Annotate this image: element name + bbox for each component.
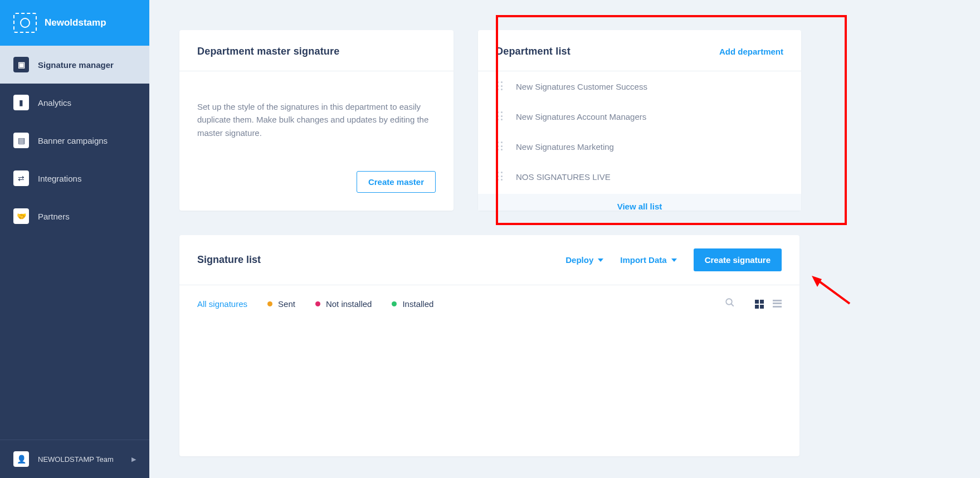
deploy-label: Deploy	[565, 255, 593, 265]
import-label: Import Data	[620, 255, 666, 265]
sidebar-item-signature-manager[interactable]: ▣ Signature manager	[0, 46, 149, 84]
department-item[interactable]: New Signatures Account Managers	[478, 101, 801, 131]
status-dot-sent	[267, 301, 272, 306]
create-master-button[interactable]: Create master	[357, 171, 436, 193]
department-item[interactable]: New Signatures Marketing	[478, 131, 801, 162]
add-department-link[interactable]: Add department	[719, 47, 783, 56]
svg-line-0	[816, 279, 850, 304]
card-title: Signature list	[197, 254, 261, 266]
card-header: Department master signature	[179, 30, 454, 71]
signature-list-header: Signature list Deploy Import Data Create…	[179, 235, 799, 285]
card-header: Department list Add department	[478, 30, 801, 71]
card-department-list: Department list Add department New Signa…	[478, 30, 801, 211]
svg-line-3	[731, 304, 734, 306]
filter-label: Installed	[402, 299, 433, 309]
department-item[interactable]: NOS SIGNATURES LIVE	[478, 162, 801, 192]
list-view-button[interactable]	[773, 300, 782, 309]
drag-handle-icon[interactable]	[497, 172, 504, 182]
svg-marker-1	[812, 276, 822, 287]
import-data-dropdown[interactable]: Import Data	[620, 255, 676, 265]
integrations-icon: ⇄	[13, 170, 29, 186]
grid-view-button[interactable]	[755, 300, 764, 309]
sidebar-footer-team[interactable]: 👤 NEWOLDSTAMP Team ▶	[0, 440, 149, 478]
drag-handle-icon[interactable]	[497, 111, 504, 121]
logo-icon	[13, 13, 37, 33]
department-scroll-list[interactable]: New Signatures Customer Success New Sign…	[478, 71, 801, 194]
signature-icon: ▣	[13, 57, 29, 72]
grid-icon	[755, 300, 764, 309]
status-dot-not-installed	[315, 301, 320, 306]
filter-installed[interactable]: Installed	[392, 299, 433, 309]
department-name: New Signatures Marketing	[516, 142, 614, 152]
drag-handle-icon[interactable]	[497, 142, 504, 152]
sidebar-header: Newoldstamp	[0, 0, 149, 46]
caret-down-icon	[671, 258, 677, 262]
chevron-right-icon: ▶	[131, 456, 136, 463]
team-icon: 👤	[13, 451, 29, 467]
caret-down-icon	[598, 258, 603, 262]
sidebar-item-banner-campaigns[interactable]: ▤ Banner campaigns	[0, 121, 149, 159]
filter-row: All signatures Sent Not installed Instal…	[179, 285, 799, 323]
sidebar-item-label: Integrations	[38, 174, 81, 183]
department-name: New Signatures Customer Success	[516, 82, 647, 91]
sidebar-nav: ▣ Signature manager ▮ Analytics ▤ Banner…	[0, 46, 149, 440]
filter-all-signatures[interactable]: All signatures	[197, 299, 247, 309]
sidebar-item-label: Banner campaigns	[38, 136, 108, 145]
partners-icon: 🤝	[13, 208, 29, 224]
app-name: Newoldstamp	[45, 17, 106, 28]
annotation-arrow-icon	[811, 276, 855, 309]
list-icon	[773, 300, 782, 308]
sidebar-item-label: Partners	[38, 212, 70, 221]
department-name: New Signatures Account Managers	[516, 112, 646, 121]
card-title: Department list	[496, 46, 571, 57]
sidebar-item-analytics[interactable]: ▮ Analytics	[0, 84, 149, 121]
sidebar-item-partners[interactable]: 🤝 Partners	[0, 197, 149, 235]
card-title: Department master signature	[197, 46, 339, 57]
filter-sent[interactable]: Sent	[267, 299, 295, 309]
sidebar-item-integrations[interactable]: ⇄ Integrations	[0, 159, 149, 197]
analytics-icon: ▮	[13, 95, 29, 110]
filter-label: Sent	[278, 299, 295, 309]
filter-label: Not installed	[326, 299, 372, 309]
master-description: Set up the style of the signatures in th…	[197, 100, 436, 139]
main-content: Department master signature Set up the s…	[149, 0, 980, 478]
footer-team-label: NEWOLDSTAMP Team	[38, 455, 114, 464]
svg-point-2	[726, 299, 732, 305]
sidebar-item-label: Analytics	[38, 98, 71, 108]
status-dot-installed	[392, 301, 397, 306]
card-master-signature: Department master signature Set up the s…	[179, 30, 454, 211]
search-icon[interactable]	[725, 297, 735, 310]
drag-handle-icon[interactable]	[497, 81, 504, 91]
deploy-dropdown[interactable]: Deploy	[565, 255, 603, 265]
view-all-list-link[interactable]: View all list	[478, 194, 801, 211]
sidebar: Newoldstamp ▣ Signature manager ▮ Analyt…	[0, 0, 149, 478]
department-name: NOS SIGNATURES LIVE	[516, 172, 611, 182]
department-item[interactable]: New Signatures Customer Success	[478, 71, 801, 101]
create-signature-button[interactable]: Create signature	[694, 248, 782, 271]
sidebar-item-label: Signature manager	[38, 60, 114, 70]
signature-list-body	[179, 323, 799, 456]
card-signature-list: Signature list Deploy Import Data Create…	[179, 235, 799, 456]
filter-not-installed[interactable]: Not installed	[315, 299, 372, 309]
banner-icon: ▤	[13, 133, 29, 148]
